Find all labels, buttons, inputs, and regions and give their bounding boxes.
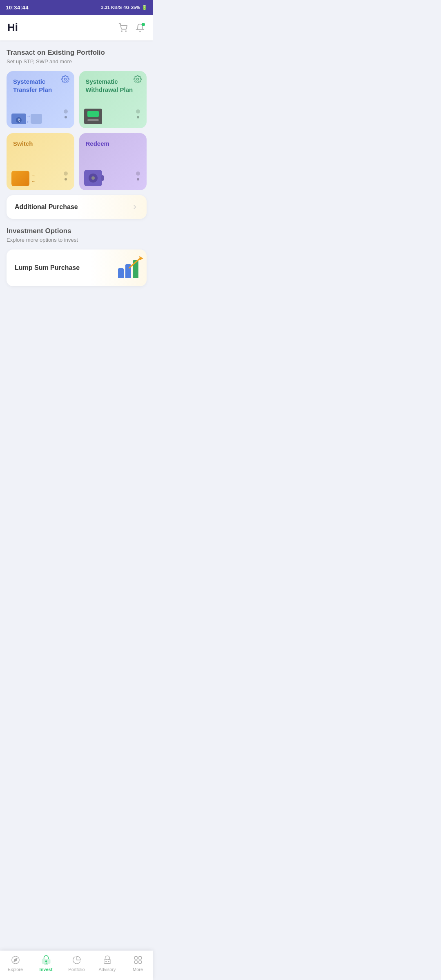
swp-atm-slot <box>87 119 99 121</box>
lump-sum-chart <box>118 258 138 278</box>
safe-handle <box>101 175 104 181</box>
svg-point-0 <box>121 31 122 31</box>
chart-bar-1 <box>118 268 124 278</box>
swp-card[interactable]: Systematic Withdrawal Plan <box>79 71 147 128</box>
svg-marker-4 <box>139 256 143 260</box>
stp-gear-icon <box>61 75 70 84</box>
cart-icon[interactable] <box>117 22 129 33</box>
swp-card-title: Systematic Withdrawal Plan <box>86 78 140 94</box>
stp-card[interactable]: Systematic Transfer Plan → ← <box>7 71 74 128</box>
switch-card-title: Switch <box>13 140 68 148</box>
switch-arrows: → ← <box>31 173 36 184</box>
status-right: 3.31 KB/S 4G 25% 🔋 <box>101 5 147 10</box>
switch-box <box>11 171 29 186</box>
safe-dial <box>89 174 98 183</box>
swp-gear-icon <box>134 75 143 84</box>
battery-icon: 🔋 <box>142 5 147 10</box>
redeem-dots <box>136 172 140 180</box>
status-time: 10:34:44 <box>6 4 29 11</box>
stp-card2 <box>31 114 42 124</box>
greeting-text: Hi <box>7 21 18 34</box>
swp-illustration <box>84 109 102 124</box>
swp-dots <box>136 109 140 118</box>
header-icons <box>117 22 146 33</box>
transact-card-grid: Systematic Transfer Plan → ← <box>7 71 147 190</box>
header: Hi <box>0 15 153 40</box>
swp-atm-screen <box>87 111 99 117</box>
stp-arrows: → ← <box>26 114 31 124</box>
lump-sum-label: Lump Sum Purchase <box>15 264 80 272</box>
additional-purchase-label: Additional Purchase <box>15 203 78 211</box>
stp-dots <box>64 109 68 118</box>
invest-section-subtitle: Explore more options to invest <box>7 237 147 243</box>
switch-dots <box>64 172 68 180</box>
redeem-card[interactable]: Redeem <box>79 133 147 190</box>
svg-point-2 <box>64 78 66 80</box>
switch-card[interactable]: Switch → ← <box>7 133 74 190</box>
stp-atm-card <box>11 114 26 124</box>
transact-section-title: Transact on Existing Portfolio <box>7 49 147 57</box>
notification-dot <box>142 23 145 26</box>
redeem-illustration <box>84 170 102 186</box>
battery-level: 25% <box>131 5 140 10</box>
lump-sum-card[interactable]: Lump Sum Purchase <box>7 249 147 286</box>
invest-section-title: Investment Options <box>7 227 147 235</box>
switch-illustration: → ← <box>11 171 36 186</box>
stp-illustration: → ← <box>11 114 42 124</box>
network-speed: 3.31 KB/S <box>101 5 122 10</box>
network-type: 4G <box>123 5 129 10</box>
main-content: Transact on Existing Portfolio Set up ST… <box>0 40 153 331</box>
notification-icon[interactable] <box>134 22 146 33</box>
svg-point-1 <box>125 31 126 31</box>
safe-center <box>91 176 95 180</box>
stp-card-title: Systematic Transfer Plan <box>13 78 68 94</box>
additional-chevron-icon <box>131 203 138 211</box>
status-bar: 10:34:44 3.31 KB/S 4G 25% 🔋 <box>0 0 153 15</box>
svg-point-3 <box>137 78 139 80</box>
redeem-safe <box>84 170 102 186</box>
additional-purchase-card[interactable]: Additional Purchase <box>7 195 147 219</box>
transact-section-subtitle: Set up STP, SWP and more <box>7 58 147 65</box>
swp-atm-machine <box>84 109 102 124</box>
redeem-card-title: Redeem <box>86 140 140 148</box>
chart-trend-arrow <box>129 256 145 271</box>
